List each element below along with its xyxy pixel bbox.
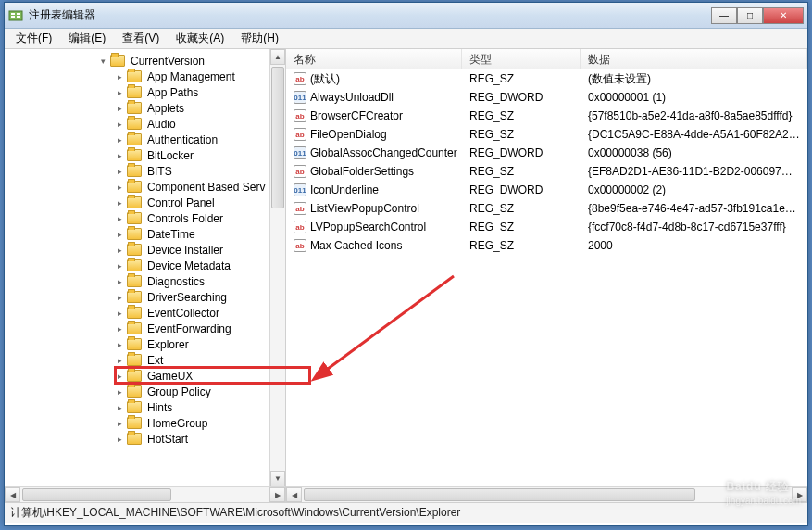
- folder-icon: [127, 338, 142, 350]
- value-name: FileOpenDialog: [310, 128, 387, 141]
- col-name[interactable]: 名称: [286, 49, 462, 69]
- tree-vscroll-thumb[interactable]: [271, 67, 284, 208]
- tree-item[interactable]: ▸EventCollector: [5, 305, 285, 321]
- scroll-right-icon[interactable]: ▶: [792, 487, 807, 502]
- tree-item[interactable]: ▸Device Metadata: [5, 258, 285, 273]
- tree-item[interactable]: ▸Component Based Serv: [5, 179, 285, 195]
- folder-icon: [127, 196, 142, 208]
- folder-icon: [127, 370, 142, 382]
- expand-icon[interactable]: ▸: [114, 293, 125, 302]
- tree-item[interactable]: ▸Hints: [5, 399, 285, 415]
- col-data[interactable]: 数据: [581, 49, 807, 69]
- col-type[interactable]: 类型: [462, 49, 581, 69]
- expand-icon[interactable]: ▸: [114, 72, 125, 82]
- scroll-left-icon[interactable]: ◀: [286, 487, 302, 502]
- expand-icon[interactable]: ▸: [114, 214, 125, 223]
- tree-vscroll[interactable]: ▲ ▼: [269, 49, 285, 486]
- expand-icon[interactable]: ▸: [114, 372, 125, 381]
- expand-icon[interactable]: ▸: [114, 88, 125, 97]
- expand-icon[interactable]: ▸: [114, 120, 125, 129]
- expand-icon[interactable]: ▸: [114, 324, 125, 334]
- expand-icon[interactable]: ▸: [114, 246, 125, 255]
- tree-item[interactable]: ▸Ext: [5, 352, 285, 368]
- titlebar[interactable]: 注册表编辑器 — □ ✕: [5, 3, 807, 29]
- folder-icon: [127, 244, 142, 256]
- list-hscroll[interactable]: ◀ ▶: [286, 486, 807, 502]
- tree-root[interactable]: ▾CurrentVersion: [5, 53, 285, 69]
- tree-item[interactable]: ▸GameUX: [5, 368, 285, 384]
- binary-value-icon: 011: [294, 183, 306, 196]
- value-row[interactable]: 011GlobalAssocChangedCounterREG_DWORD0x0…: [286, 144, 807, 162]
- tree-item[interactable]: ▸BitLocker: [5, 147, 285, 163]
- expand-icon[interactable]: ▸: [114, 356, 125, 365]
- value-row[interactable]: 011IconUnderlineREG_DWORD0x00000002 (2): [286, 181, 807, 199]
- tree-item[interactable]: ▸App Management: [5, 69, 285, 84]
- tree-item[interactable]: ▸Device Installer: [5, 242, 285, 258]
- collapse-icon[interactable]: ▾: [97, 57, 108, 66]
- status-path: 计算机\HKEY_LOCAL_MACHINE\SOFTWARE\Microsof…: [10, 505, 460, 521]
- expand-icon[interactable]: ▸: [114, 198, 125, 208]
- expand-icon[interactable]: ▸: [114, 167, 125, 176]
- tree-item[interactable]: ▸Group Policy: [5, 384, 285, 399]
- registry-values-list[interactable]: ab(默认)REG_SZ(数值未设置)011AlwaysUnloadDllREG…: [286, 69, 807, 485]
- expand-icon[interactable]: ▸: [114, 403, 125, 412]
- scroll-up-icon[interactable]: ▲: [270, 49, 285, 65]
- tree-item[interactable]: ▸EventForwarding: [5, 321, 285, 336]
- tree-hscroll-thumb[interactable]: [22, 488, 171, 501]
- expand-icon[interactable]: ▸: [114, 183, 125, 192]
- value-type: REG_DWORD: [462, 146, 581, 159]
- tree-item[interactable]: ▸Explorer: [5, 336, 285, 352]
- folder-icon: [110, 55, 125, 67]
- menu-favorites[interactable]: 收藏夹(A): [169, 29, 231, 48]
- tree-item[interactable]: ▸Applets: [5, 100, 285, 116]
- tree-item[interactable]: ▸HomeGroup: [5, 415, 285, 431]
- tree-item[interactable]: ▸DriverSearching: [5, 289, 285, 305]
- tree-label: HomeGroup: [145, 417, 209, 430]
- value-row[interactable]: abListViewPopupControlREG_SZ{8be9f5ea-e7…: [286, 199, 807, 218]
- list-hscroll-thumb[interactable]: [304, 488, 695, 501]
- tree-label: EventForwarding: [145, 322, 233, 335]
- menu-edit[interactable]: 编辑(E): [61, 29, 113, 48]
- minimize-button[interactable]: —: [711, 7, 737, 24]
- expand-icon[interactable]: ▸: [114, 435, 125, 444]
- menu-view[interactable]: 查看(V): [115, 29, 167, 48]
- scroll-left-icon[interactable]: ◀: [5, 487, 20, 502]
- value-row[interactable]: 011AlwaysUnloadDllREG_DWORD0x00000001 (1…: [286, 88, 807, 107]
- expand-icon[interactable]: ▸: [114, 340, 125, 349]
- expand-icon[interactable]: ▸: [114, 419, 125, 428]
- menu-help[interactable]: 帮助(H): [233, 29, 286, 48]
- expand-icon[interactable]: ▸: [114, 309, 125, 318]
- expand-icon[interactable]: ▸: [114, 230, 125, 239]
- tree-item[interactable]: ▸App Paths: [5, 84, 285, 100]
- tree-label: Diagnostics: [145, 275, 206, 288]
- expand-icon[interactable]: ▸: [114, 104, 125, 113]
- tree-label: Explorer: [145, 338, 191, 351]
- tree-item[interactable]: ▸Diagnostics: [5, 273, 285, 289]
- value-row[interactable]: abFileOpenDialogREG_SZ{DC1C5A9C-E88A-4dd…: [286, 125, 807, 144]
- maximize-button[interactable]: □: [737, 7, 763, 24]
- expand-icon[interactable]: ▸: [114, 277, 125, 286]
- tree-item[interactable]: ▸DateTime: [5, 226, 285, 242]
- tree-item[interactable]: ▸Control Panel: [5, 195, 285, 210]
- expand-icon[interactable]: ▸: [114, 387, 125, 397]
- value-row[interactable]: abGlobalFolderSettingsREG_SZ{EF8AD2D1-AE…: [286, 162, 807, 181]
- expand-icon[interactable]: ▸: [114, 151, 125, 160]
- scroll-down-icon[interactable]: ▼: [270, 471, 285, 486]
- tree-item[interactable]: ▸Authentication: [5, 132, 285, 147]
- close-button[interactable]: ✕: [763, 7, 804, 24]
- tree-item[interactable]: ▸Audio: [5, 116, 285, 132]
- expand-icon[interactable]: ▸: [114, 261, 125, 271]
- tree-label: Device Installer: [145, 244, 225, 257]
- scroll-right-icon[interactable]: ▶: [269, 487, 285, 502]
- registry-tree[interactable]: ▾CurrentVersion▸App Management▸App Paths…: [5, 49, 285, 485]
- value-row[interactable]: abMax Cached IconsREG_SZ2000: [286, 236, 807, 255]
- value-row[interactable]: abLVPopupSearchControlREG_SZ{fccf70c8-f4…: [286, 218, 807, 236]
- tree-item[interactable]: ▸HotStart: [5, 431, 285, 447]
- value-row[interactable]: abBrowserCFCreatorREG_SZ{57f8510b-a5e2-4…: [286, 107, 807, 125]
- menu-file[interactable]: 文件(F): [8, 29, 59, 48]
- value-row[interactable]: ab(默认)REG_SZ(数值未设置): [286, 69, 807, 88]
- tree-item[interactable]: ▸BITS: [5, 163, 285, 179]
- expand-icon[interactable]: ▸: [114, 135, 125, 145]
- tree-hscroll[interactable]: ◀ ▶: [5, 486, 285, 502]
- tree-item[interactable]: ▸Controls Folder: [5, 210, 285, 226]
